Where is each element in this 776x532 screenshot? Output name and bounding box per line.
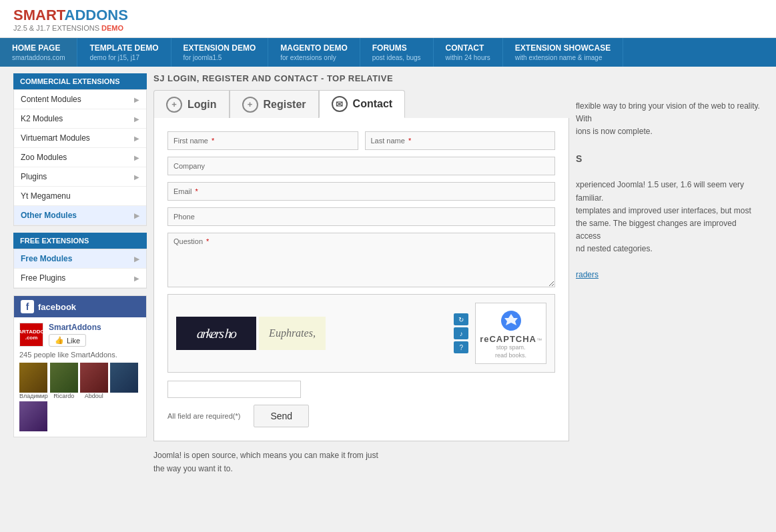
arrow-icon: ▶	[134, 173, 139, 181]
arrow-icon: ▶	[134, 212, 139, 219]
facebook-avatar	[50, 363, 78, 393]
nav-extension-showcase[interactable]: EXTENSION SHOWCASE with extension name &…	[503, 38, 623, 67]
nav-forums[interactable]: FORUMS post ideas, bugs	[360, 38, 434, 67]
email-label: Email *	[168, 183, 222, 199]
facebook-widget: f facebook ARTADDO.com SmartAddons 👍 Lik…	[13, 295, 147, 437]
register-icon: +	[242, 97, 258, 113]
nav-home[interactable]: HOME PAGE smartaddons.com	[0, 38, 77, 67]
phone-row: Phone	[167, 207, 555, 226]
nav-contact[interactable]: CONTACT within 24 hours	[434, 38, 503, 67]
captcha-images: arkers ho Euphrates,	[176, 317, 447, 350]
arrow-icon: ▶	[134, 255, 139, 263]
sidebar-item-k2-modules[interactable]: K2 Modules ▶	[14, 109, 146, 129]
tab-register[interactable]: + Register	[230, 90, 319, 118]
captcha-input-row	[167, 381, 555, 398]
facebook-like-button[interactable]: 👍 Like	[49, 334, 86, 347]
facebook-user-4	[110, 363, 138, 399]
last-name-input[interactable]	[419, 132, 555, 149]
question-textarea[interactable]	[222, 233, 554, 287]
facebook-avatar	[80, 363, 108, 393]
send-button[interactable]: Send	[254, 405, 309, 427]
recaptcha-logo: reCAPTCHA ™ stop spam. read books.	[475, 303, 546, 364]
tab-contact[interactable]: ✉ Contact	[319, 90, 406, 118]
tabs: + Login + Register ✉ Contact	[153, 90, 569, 118]
article-paragraph-1: Joomla! is open source, which means you …	[153, 449, 569, 475]
facebook-user-name: Abdoul	[85, 393, 103, 399]
captcha-text: arkers ho	[196, 326, 236, 341]
nav-magento-demo[interactable]: MAGENTO DEMO for extensions only	[268, 38, 360, 67]
question-field: Question *	[167, 233, 555, 287]
sidebar-item-plugins[interactable]: Plugins ▶	[14, 167, 146, 187]
login-icon: +	[166, 97, 182, 113]
sidebar-item-zoo-modules[interactable]: Zoo Modules ▶	[14, 148, 146, 167]
email-field: Email *	[167, 182, 555, 201]
company-input[interactable]	[222, 157, 554, 175]
sidebar-item-virtuemart-modules[interactable]: Virtuemart Modules ▶	[14, 129, 146, 148]
main-content: COMMERCIAL EXTENSIONS Content Modules ▶ …	[0, 67, 776, 482]
recaptcha-label: reCAPTCHA	[480, 334, 536, 344]
free-menu: Free Modules ▶ Free Plugins ▶	[13, 249, 147, 289]
facebook-count: 245 people like SmartAddons.	[19, 351, 141, 359]
recaptcha-subtext: stop spam. read books.	[495, 344, 526, 359]
arrow-icon: ▶	[134, 96, 139, 103]
captcha-help-button[interactable]: ?	[454, 341, 468, 353]
right-column-text: flexible way to bring your vision of the…	[576, 73, 763, 475]
captcha-area: arkers ho Euphrates, ↻ ♪ ?	[167, 294, 555, 373]
facebook-user-1: Владимир	[19, 363, 48, 399]
facebook-avatar	[19, 401, 47, 431]
article-link[interactable]: raders	[576, 270, 599, 279]
facebook-user-5	[19, 401, 47, 431]
article-title: S	[576, 151, 763, 166]
arrow-icon: ▶	[134, 154, 139, 161]
facebook-profile-image: ARTADDO.com	[19, 323, 43, 347]
facebook-header: f facebook	[14, 296, 146, 317]
email-input[interactable]	[222, 183, 554, 200]
captcha-refresh-button[interactable]: ↻	[454, 313, 468, 325]
form-footer: All field are required(*) Send	[167, 405, 555, 427]
facebook-user-name: Ricardo	[53, 393, 74, 399]
contact-form-panel: First name * Last name * Company	[153, 118, 569, 441]
facebook-page-name[interactable]: SmartAddons	[49, 323, 101, 332]
facebook-avatar	[110, 363, 138, 393]
tab-login[interactable]: + Login	[153, 90, 230, 118]
name-row: First name * Last name *	[167, 131, 555, 150]
first-name-field: First name *	[167, 131, 358, 150]
sidebar-item-other-modules[interactable]: Other Modules ▶	[14, 206, 146, 225]
facebook-icon: f	[21, 300, 34, 313]
email-row: Email *	[167, 182, 555, 201]
nav-template-demo[interactable]: TEMPLATE DEMO demo for j15, j17	[77, 38, 171, 67]
logo-smart: SMART	[13, 7, 65, 23]
captcha-image-1: arkers ho	[176, 317, 256, 350]
logo: SMARTADDONS J2.5 & J1.7 EXTENSIONS DEMO	[13, 7, 763, 32]
arrow-icon: ▶	[134, 115, 139, 123]
sidebar: COMMERCIAL EXTENSIONS Content Modules ▶ …	[13, 73, 147, 475]
last-name-field: Last name *	[365, 131, 556, 150]
sidebar-item-content-modules[interactable]: Content Modules ▶	[14, 90, 146, 109]
arrow-icon: ▶	[134, 275, 139, 282]
recaptcha-icon	[498, 307, 524, 334]
logo-subtitle: J2.5 & J1.7 EXTENSIONS DEMO	[13, 24, 763, 32]
sidebar-item-yt-megamenu[interactable]: Yt Megamenu	[14, 187, 146, 206]
captcha-image-2: Euphrates,	[259, 317, 326, 350]
sidebar-item-free-plugins[interactable]: Free Plugins ▶	[14, 269, 146, 288]
header: SMARTADDONS J2.5 & J1.7 EXTENSIONS DEMO	[0, 0, 776, 38]
first-name-input[interactable]	[222, 132, 358, 149]
nav-bar: HOME PAGE smartaddons.com TEMPLATE DEMO …	[0, 38, 776, 67]
logo-addons: ADDONS	[65, 7, 128, 23]
contact-icon: ✉	[332, 96, 348, 112]
nav-extension-demo[interactable]: EXTENSION DEMO for joomla1.5	[171, 38, 269, 67]
free-extensions-title: FREE EXTENSIONS	[13, 233, 147, 249]
sidebar-item-free-modules[interactable]: Free Modules ▶	[14, 249, 146, 269]
captcha-audio-button[interactable]: ♪	[454, 327, 468, 339]
phone-input[interactable]	[222, 208, 554, 225]
commercial-extensions-title: COMMERCIAL EXTENSIONS	[13, 73, 147, 89]
facebook-user-2: Ricardo	[50, 363, 78, 399]
recaptcha-tm: ™	[536, 337, 542, 343]
first-name-label: First name *	[168, 133, 222, 149]
last-name-label: Last name *	[366, 133, 419, 149]
facebook-user-3: Abdoul	[80, 363, 108, 399]
captcha-input[interactable]	[167, 381, 301, 398]
article-text: Joomla! is open source, which means you …	[153, 449, 569, 475]
facebook-user-name: Владимир	[19, 393, 48, 399]
arrow-icon: ▶	[134, 135, 139, 142]
